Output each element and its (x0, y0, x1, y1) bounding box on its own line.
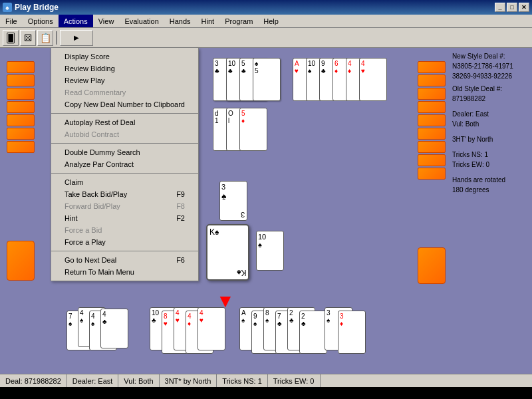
right-stack (418, 61, 446, 180)
close-button[interactable]: ✕ (519, 3, 529, 12)
maximize-button[interactable]: □ (507, 3, 517, 12)
status-tricks-ns: Tricks NS: 1 (217, 374, 268, 387)
east-hand-top: A♥ 10♠ 9♣ 6♦ 4♦ 4♥ (293, 58, 412, 108)
stack-card[interactable] (7, 88, 35, 100)
menu-autoplay[interactable]: Autoplay Rest of Deal (51, 116, 198, 128)
card[interactable]: 5♦ (239, 108, 267, 151)
stack-card[interactable] (418, 247, 446, 284)
title-bar: ♠ Play Bridge _ □ ✕ (0, 0, 532, 15)
trick-card-east[interactable]: 10♠ (256, 231, 284, 271)
stack-card[interactable] (418, 154, 446, 166)
south-far-right-hand: 3♠ 3♦ (325, 307, 391, 357)
north-hand-2: d1 Ol 5♦ (213, 108, 332, 158)
menu-analyze-par[interactable]: Analyze Par Contract (51, 158, 198, 170)
menu-double-dummy[interactable]: Double Dummy Search (51, 146, 198, 158)
status-bar: Deal: 871988282 Dealer: East Vul: Both 3… (0, 374, 532, 387)
toolbar-new[interactable]: 🂠 (3, 30, 19, 46)
card[interactable]: 4♥ (359, 58, 387, 101)
status-tricks-ew: Tricks EW: 0 (268, 374, 321, 387)
app-icon: ♠ (3, 3, 12, 12)
stack-card[interactable] (7, 61, 35, 73)
deal-number-2: 38269-94933-92226 (452, 71, 529, 81)
card-rank: 4♥ (361, 60, 385, 74)
menu-force-play[interactable]: Force a Play (51, 236, 198, 248)
left-stack-top (7, 61, 35, 153)
stack-card[interactable] (418, 74, 446, 86)
menu-options[interactable]: Options (23, 15, 59, 27)
card[interactable]: 4♥ (198, 307, 225, 350)
menu-copy-deal[interactable]: Copy New Deal Number to Clipboard (51, 98, 198, 110)
menu-go-next-deal[interactable]: Go to Next Deal F6 (51, 254, 198, 266)
card[interactable]: ♠5 (253, 58, 281, 101)
card[interactable]: 2♣ (299, 311, 327, 354)
stack-card[interactable] (418, 101, 446, 113)
stack-card[interactable] (7, 128, 35, 140)
deal-number-1: N3805-21786-41971 (452, 61, 529, 71)
card-rank: ♠5 (255, 60, 279, 74)
rotate-note2: 180 degrees (452, 185, 529, 195)
menu-view[interactable]: View (93, 15, 120, 27)
app-title: Play Bridge (15, 3, 59, 12)
card-rank: 2♣ (301, 313, 325, 327)
menu-autobid: Autobid Contract (51, 128, 198, 140)
menu-claim[interactable]: Claim (51, 176, 198, 188)
toolbar-separator (56, 31, 57, 45)
toolbar-copy[interactable]: 📋 (37, 30, 53, 46)
south-west-hand: 7♠ 4♠ 4♠ 4♣ (66, 307, 140, 354)
menu-evaluation[interactable]: Evaluation (119, 15, 164, 27)
rotate-note: Hands are rotated (452, 175, 529, 185)
stack-card[interactable] (418, 141, 446, 153)
toolbar-deal[interactable]: ⚄ (20, 30, 36, 46)
menu-hint[interactable]: Hint F2 (51, 212, 198, 224)
card-rank: 4♥ (200, 309, 223, 324)
menu-bar: File Options Actions View Evaluation Han… (0, 15, 532, 28)
menu-help[interactable]: Help (258, 15, 284, 27)
card-label: 3 (221, 183, 245, 191)
menu-forward: Forward Bid/Play F8 (51, 200, 198, 212)
menu-group-1: Display Score Review Bidding Review Play… (51, 49, 198, 112)
menu-review-bidding[interactable]: Review Bidding (51, 63, 198, 74)
menu-hint[interactable]: Hint (196, 15, 220, 27)
menu-take-back[interactable]: Take Back Bid/Play F9 (51, 188, 198, 200)
actions-dropdown: Display Score Review Bidding Review Play… (51, 48, 199, 281)
old-style-label: Old Style Deal #: (452, 84, 529, 94)
new-deal-label: New Style Deal #: (452, 51, 529, 61)
old-style-number: 871988282 (452, 94, 529, 104)
menu-program[interactable]: Program (219, 15, 258, 27)
menu-display-score[interactable]: Display Score (51, 51, 198, 63)
big-card-center[interactable]: K♠ K♠ (206, 224, 249, 281)
stack-card[interactable] (418, 128, 446, 140)
toolbar-extra[interactable]: ▶ (60, 30, 93, 46)
menu-file[interactable]: File (0, 15, 23, 27)
card[interactable]: 3♦ (338, 311, 366, 354)
stack-card[interactable] (7, 114, 35, 126)
tricks-ew: Tricks EW: 0 (452, 160, 529, 170)
tricks-ns: Tricks NS: 1 (452, 150, 529, 160)
stack-card[interactable] (7, 141, 35, 153)
menu-actions[interactable]: Actions (59, 15, 93, 27)
right-stack-bottom (418, 247, 446, 284)
info-panel: New Style Deal #: N3805-21786-41971 3826… (452, 51, 529, 195)
menu-force-bid: Force a Bid (51, 224, 198, 236)
card[interactable]: 4♣ (100, 309, 128, 348)
trick-card-north[interactable]: 3 ♠ 3 (219, 181, 247, 221)
minimize-button[interactable]: _ (495, 3, 505, 12)
stack-card[interactable] (418, 114, 446, 126)
south-center-hand: 10♣ 8♥ 4♥ 4♦ 4♥ (150, 307, 236, 357)
status-contract: 3NT* by North (160, 374, 217, 387)
menu-review-play[interactable]: Review Play (51, 74, 198, 86)
title-bar-left: ♠ Play Bridge (3, 3, 59, 12)
stack-card[interactable] (418, 168, 446, 180)
stack-card[interactable] (418, 88, 446, 100)
stack-card[interactable] (7, 241, 35, 281)
stack-card[interactable] (418, 61, 446, 73)
toolbar: 🂠 ⚄ 📋 ▶ (0, 28, 532, 48)
stack-card[interactable] (7, 101, 35, 113)
vul-info: Vul: Both (452, 119, 529, 129)
stack-card[interactable] (7, 74, 35, 86)
sc-cards: 10♣ 8♥ 4♥ 4♦ 4♥ (150, 307, 236, 357)
menu-hands[interactable]: Hands (164, 15, 196, 27)
sfr-cards: 3♠ 3♦ (325, 307, 391, 357)
menu-return-main[interactable]: Return To Main Menu (51, 266, 198, 278)
contract-info: 3HT' by North (452, 134, 529, 144)
